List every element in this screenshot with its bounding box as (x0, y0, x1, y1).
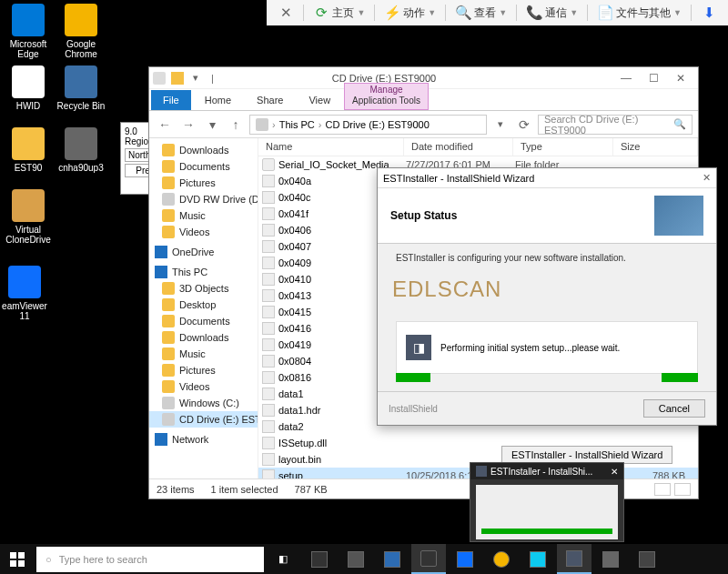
folder-icon (162, 380, 175, 393)
taskbar-chrome[interactable] (484, 544, 519, 574)
close-toolbar-item[interactable]: ✕ (272, 3, 299, 23)
up-button[interactable]: ↑ (226, 115, 246, 135)
download-toolbar-item[interactable]: ⬇ (695, 3, 723, 23)
taskbar-app-1[interactable] (302, 544, 337, 574)
col-date[interactable]: Date modified (404, 138, 513, 156)
toolbar-label: 动作 (403, 5, 425, 21)
minimize-button[interactable]: — (612, 69, 640, 87)
taskbar-explorer[interactable] (411, 544, 446, 574)
explorer-title: CD Drive (E:) EST9000 (332, 73, 436, 84)
nav-item-downloads[interactable]: Downloads (149, 142, 258, 158)
back-button[interactable]: ← (155, 115, 175, 135)
view-toolbar-item[interactable]: 🔍查看▼ (450, 3, 512, 23)
cancel-button[interactable]: Cancel (643, 399, 705, 418)
taskbar-thumbnail[interactable]: ESTInstaller - InstallShi... ✕ (470, 462, 624, 542)
file-name: setup (278, 470, 406, 478)
taskbar-app-5[interactable] (521, 544, 555, 574)
file-icon (262, 273, 275, 286)
tab-file[interactable]: File (151, 90, 191, 110)
hwid-icon[interactable]: HWID (4, 65, 53, 111)
tab-view[interactable]: View (297, 90, 342, 110)
col-name[interactable]: Name (258, 138, 404, 156)
recent-dropdown[interactable]: ▾ (202, 115, 222, 135)
crumb-drive[interactable]: CD Drive (E:) EST9000 (325, 119, 429, 130)
action-toolbar-item[interactable]: ⚡动作▼ (379, 3, 441, 23)
nav-item-pictures[interactable]: Pictures (149, 175, 258, 191)
file-icon (262, 420, 275, 433)
nav-item-desktop[interactable]: Desktop (149, 297, 258, 313)
edge-icon[interactable]: Microsoft Edge (4, 4, 53, 59)
vclone-icon[interactable]: Virtual CloneDrive (4, 189, 53, 245)
nav-item-this-pc[interactable]: This PC (149, 264, 258, 280)
nav-label: Documents (179, 316, 230, 327)
folder-icon (162, 193, 175, 206)
taskbar-app-7[interactable] (630, 544, 664, 574)
recycle-icon[interactable]: Recycle Bin (56, 65, 106, 111)
crumb-this-pc[interactable]: This PC (279, 119, 315, 130)
nav-item-3d-objects[interactable]: 3D Objects (149, 280, 258, 297)
nav-item-music[interactable]: Music (149, 207, 258, 224)
nav-item-pictures[interactable]: Pictures (149, 362, 258, 378)
qat-dropdown-icon[interactable]: ▾ (189, 72, 202, 84)
close-button[interactable]: ✕ (667, 69, 694, 87)
installer-titlebar[interactable]: ESTInstaller - InstallShield Wizard ✕ (378, 168, 716, 188)
thumbnail-preview-body[interactable] (476, 485, 618, 539)
taskbar-app-2[interactable] (339, 544, 373, 574)
teamviewer-icon[interactable]: eamViewer 11 (0, 266, 49, 321)
est90-icon[interactable]: EST90 (4, 127, 53, 173)
thumbnail-close-button[interactable]: ✕ (611, 467, 618, 477)
file-icon (262, 404, 275, 417)
icon-label: EST90 (4, 163, 53, 173)
view-large-icons-button[interactable] (674, 483, 691, 496)
nav-item-downloads[interactable]: Downloads (149, 329, 258, 346)
installer-footer: InstallShield Cancel (378, 391, 716, 425)
tab-share[interactable]: Share (245, 90, 295, 110)
app-icon (8, 266, 41, 298)
nav-item-videos[interactable]: Videos (149, 378, 258, 395)
nav-item-network[interactable]: Network (149, 431, 258, 448)
nav-label: DVD RW Drive (D (179, 194, 258, 205)
taskbar-installer[interactable] (557, 544, 592, 574)
path-dropdown[interactable]: ▾ (490, 115, 511, 135)
column-headers[interactable]: Name Date modified Type Size (258, 138, 698, 156)
task-view-button[interactable]: ◧ (266, 544, 300, 574)
nav-item-onedrive[interactable]: OneDrive (149, 244, 258, 260)
taskbar-search[interactable]: ○ Type here to search (36, 547, 264, 572)
setup-icon: ◨ (406, 335, 431, 360)
refresh-button[interactable]: ⟳ (514, 115, 534, 135)
taskbar-app-4[interactable] (448, 544, 482, 574)
cnha-icon[interactable]: cnha90up3 (56, 127, 106, 173)
breadcrumb[interactable]: › This PC › CD Drive (E:) EST9000 (249, 115, 487, 135)
taskbar-app-3[interactable] (375, 544, 410, 574)
view-details-button[interactable] (654, 483, 671, 496)
col-type[interactable]: Type (513, 138, 613, 156)
nav-item-videos[interactable]: Videos (149, 224, 258, 240)
col-size[interactable]: Size (613, 138, 698, 156)
files-toolbar-item[interactable]: 📄文件与其他▼ (592, 3, 687, 23)
tab-manage[interactable]: Manage Application Tools (344, 83, 429, 110)
tab-home[interactable]: Home (193, 90, 243, 110)
taskbar-app-6[interactable] (593, 544, 628, 574)
file-icon (262, 240, 275, 253)
nav-item-documents[interactable]: Documents (149, 158, 258, 175)
icon-label: Virtual CloneDrive (4, 225, 53, 245)
forward-button[interactable]: → (178, 115, 198, 135)
maximize-button[interactable]: ☐ (640, 69, 667, 87)
comm-toolbar-item[interactable]: 📞通信▼ (521, 3, 583, 23)
nav-label: CD Drive (E:) EST (179, 414, 258, 425)
chrome-icon[interactable]: Google Chrome (56, 4, 106, 59)
home-toolbar-item[interactable]: ⟳主页▼ (308, 3, 370, 23)
start-button[interactable] (0, 544, 35, 574)
nav-item-dvd-rw-drive-d[interactable]: DVD RW Drive (D (149, 191, 258, 207)
installer-banner-icon (654, 196, 703, 236)
file-icon (262, 453, 275, 466)
nav-item-cd-drive-e-est[interactable]: CD Drive (E:) EST (149, 411, 258, 428)
chevron-down-icon: ▼ (428, 8, 436, 17)
search-input[interactable]: Search CD Drive (E:) EST9000 🔍 (538, 115, 693, 135)
installer-close-button[interactable]: ✕ (703, 172, 711, 184)
nav-item-documents[interactable]: Documents (149, 313, 258, 329)
nav-item-music[interactable]: Music (149, 346, 258, 362)
nav-item-windows-c-[interactable]: Windows (C:) (149, 395, 258, 411)
nav-label: Downloads (179, 332, 228, 343)
action-icon: ⚡ (384, 5, 400, 21)
